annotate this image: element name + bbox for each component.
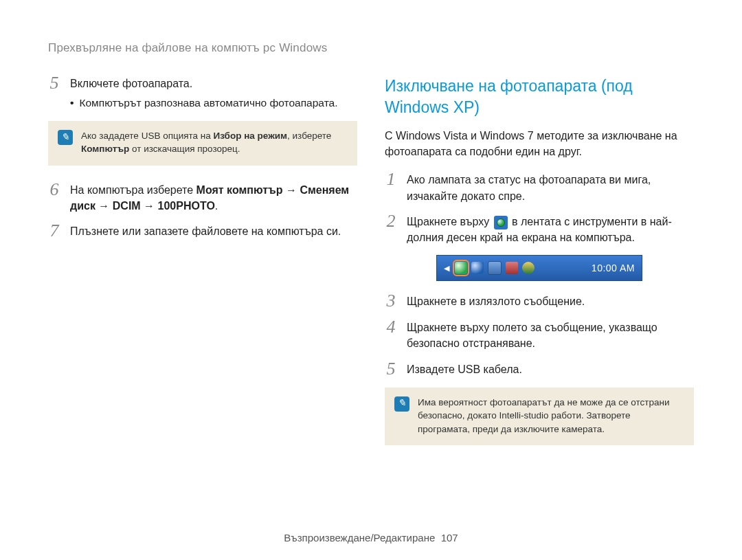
step-text: Ако лампата за статус на фотоапарата ви … — [407, 172, 694, 203]
step-text: Щракнете върху полето за съобщение, указ… — [407, 320, 694, 351]
page-footer: Възпроизвеждане/Редактиране 107 — [0, 532, 742, 544]
step-text: Щракнете в излязлото съобщение. — [407, 293, 694, 309]
step-2-right: 2 Щракнете върху в лентата с инструменти… — [385, 214, 694, 245]
step-number: 2 — [385, 212, 397, 230]
step6-prefix: На компютъра изберете — [70, 184, 196, 196]
footer-label: Възпроизвеждане/Редактиране — [284, 532, 435, 544]
step-body: На компютъра изберете Моят компютър → См… — [70, 182, 357, 214]
note-bold1: Избор на режим — [214, 131, 288, 141]
left-column: 5 Включете фотоапарата. • Компютърът раз… — [48, 76, 357, 462]
step-number: 7 — [48, 222, 60, 240]
step-number: 6 — [48, 181, 60, 199]
note-icon: ✎ — [394, 396, 409, 412]
step-1-right: 1 Ако лампата за статус на фотоапарата в… — [385, 172, 694, 203]
taskbar: ◀ 10:00 AM — [436, 255, 642, 281]
tray-icon — [471, 262, 484, 274]
content-columns: 5 Включете фотоапарата. • Компютърът раз… — [48, 76, 694, 462]
note-box-usb: ✎ Ако зададете USB опцията на Избор на р… — [48, 121, 357, 166]
step-4-right: 4 Щракнете върху полето за съобщение, ук… — [385, 320, 694, 351]
step6-dot: . — [215, 200, 218, 212]
taskbar-clock: 10:00 AM — [592, 262, 635, 273]
taskbar-illustration: ◀ 10:00 AM — [385, 255, 694, 281]
tray-expand-icon: ◀ — [444, 264, 449, 273]
footer-page-number: 107 — [441, 532, 458, 544]
note-text: Ако зададете USB опцията на Избор на реж… — [81, 129, 346, 156]
note-bold2: Компютър — [81, 144, 129, 154]
step-body: Включете фотоапарата. • Компютърът разпо… — [70, 76, 357, 111]
bullet-dot: • — [70, 96, 74, 111]
note-suffix: от изскачащия прозорец. — [129, 144, 240, 154]
step-text: Плъзнете или запазете файловете на компю… — [70, 223, 357, 239]
security-icon — [522, 262, 535, 274]
note-mid: , изберете — [287, 131, 331, 141]
note-prefix: Ако зададете USB опцията на — [81, 131, 214, 141]
step-7-left: 7 Плъзнете или запазете файловете на ком… — [48, 223, 357, 240]
safely-remove-icon — [494, 216, 508, 229]
page: Прехвърляне на файлове на компютъ рс Win… — [0, 0, 742, 560]
step-sub-bullet: • Компютърът разпознава автоматично фото… — [70, 96, 357, 111]
volume-icon — [506, 262, 518, 274]
bullet-text: Компютърът разпознава автоматично фотоап… — [79, 96, 337, 111]
note-text: Има вероятност фотоапаратът да не може д… — [418, 396, 683, 436]
step-text: Включете фотоапарата. — [70, 76, 357, 91]
note-icon: ✎ — [58, 130, 73, 145]
step-number: 3 — [385, 292, 397, 310]
tray-icon — [488, 261, 502, 275]
step-5-left: 5 Включете фотоапарата. • Компютърът раз… — [48, 76, 357, 111]
step-number: 1 — [385, 170, 397, 188]
step2-prefix: Щракнете върху — [407, 216, 493, 227]
step-text: Извадете USB кабела. — [407, 361, 694, 377]
section-title: Изключване на фотоапарата (под Windows X… — [385, 76, 694, 118]
step-3-right: 3 Щракнете в излязлото съобщение. — [385, 293, 694, 310]
step-body: Щракнете върху в лентата с инструменти в… — [407, 214, 694, 245]
step-number: 4 — [385, 318, 397, 336]
page-header: Прехвърляне на файлове на компютъ рс Win… — [48, 41, 694, 55]
section-intro: С Windows Vista и Windows 7 методите за … — [385, 128, 694, 159]
right-column: Изключване на фотоапарата (под Windows X… — [385, 76, 694, 462]
note-box-intellistudio: ✎ Има вероятност фотоапаратът да не може… — [385, 388, 694, 446]
step-5-right: 5 Извадете USB кабела. — [385, 361, 694, 378]
step-number: 5 — [48, 74, 60, 92]
step-number: 5 — [385, 360, 397, 378]
safely-remove-tray-icon[interactable] — [455, 262, 467, 274]
step-6-left: 6 На компютъра изберете Моят компютър → … — [48, 182, 357, 214]
